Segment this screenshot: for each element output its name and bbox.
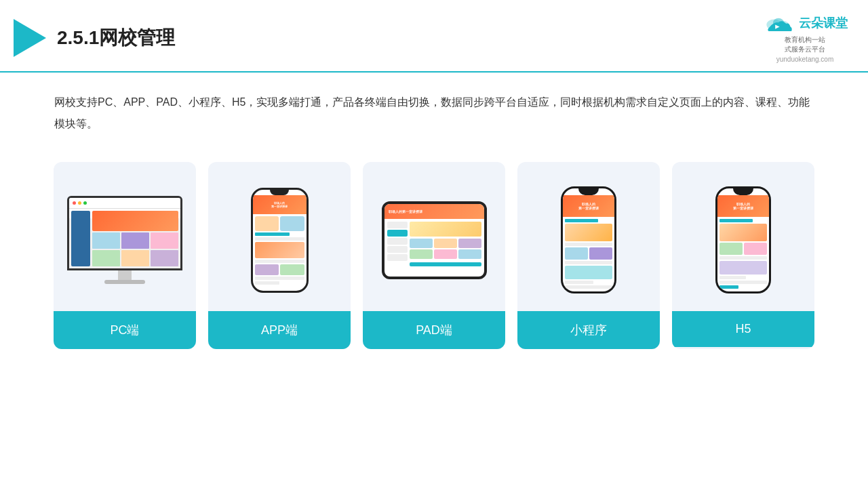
- card-h5: 职场人的第一堂讲授课: [672, 162, 814, 349]
- page-title: 2.5.1网校管理: [57, 25, 175, 51]
- h5-phone-icon: 职场人的第一堂讲授课: [715, 186, 771, 293]
- cards-container: PC端 职场人的第一堂讲授课: [0, 148, 868, 363]
- card-miniprogram: 职场人的第一堂讲授课: [517, 162, 660, 349]
- brand-tagline: 教育机构一站 式服务云平台: [785, 35, 825, 54]
- cloud-icon: [762, 12, 795, 34]
- card-app: 职场人的第一堂讲授课: [208, 162, 351, 349]
- card-label-miniprogram: 小程序: [517, 311, 660, 349]
- brand-url: yunduoketang.com: [776, 56, 834, 63]
- logo-triangle-icon: [14, 19, 46, 57]
- pc-monitor-icon: [67, 196, 182, 284]
- header: 2.5.1网校管理 云朵课堂 教育机构一站 式服务云平台 yunduoketan…: [0, 0, 868, 73]
- card-image-miniprogram: 职场人的第一堂讲授课: [517, 162, 660, 311]
- card-image-pad: 职场人的第一堂讲授课: [363, 162, 505, 311]
- pad-tablet-icon: 职场人的第一堂讲授课: [382, 201, 487, 279]
- card-label-h5: H5: [672, 311, 814, 347]
- card-pad: 职场人的第一堂讲授课: [363, 162, 505, 349]
- description-text: 网校支持PC、APP、PAD、小程序、H5，实现多端打通，产品各终端自由切换，数…: [0, 73, 868, 148]
- card-image-h5: 职场人的第一堂讲授课: [672, 162, 814, 311]
- header-left: 2.5.1网校管理: [14, 19, 175, 57]
- card-label-pc: PC端: [54, 311, 196, 349]
- description-paragraph: 网校支持PC、APP、PAD、小程序、H5，实现多端打通，产品各终端自由切换，数…: [54, 92, 814, 135]
- brand-logo: 云朵课堂: [762, 12, 848, 34]
- card-pc: PC端: [54, 162, 196, 349]
- miniprogram-phone-icon: 职场人的第一堂讲授课: [561, 186, 616, 293]
- card-image-app: 职场人的第一堂讲授课: [208, 162, 351, 311]
- card-label-pad: PAD端: [363, 311, 505, 349]
- app-phone-icon: 职场人的第一堂讲授课: [251, 188, 309, 293]
- card-label-app: APP端: [208, 311, 351, 349]
- brand-name: 云朵课堂: [799, 15, 848, 31]
- brand-area: 云朵课堂 教育机构一站 式服务云平台 yunduoketang.com: [762, 12, 848, 63]
- card-image-pc: [54, 162, 196, 311]
